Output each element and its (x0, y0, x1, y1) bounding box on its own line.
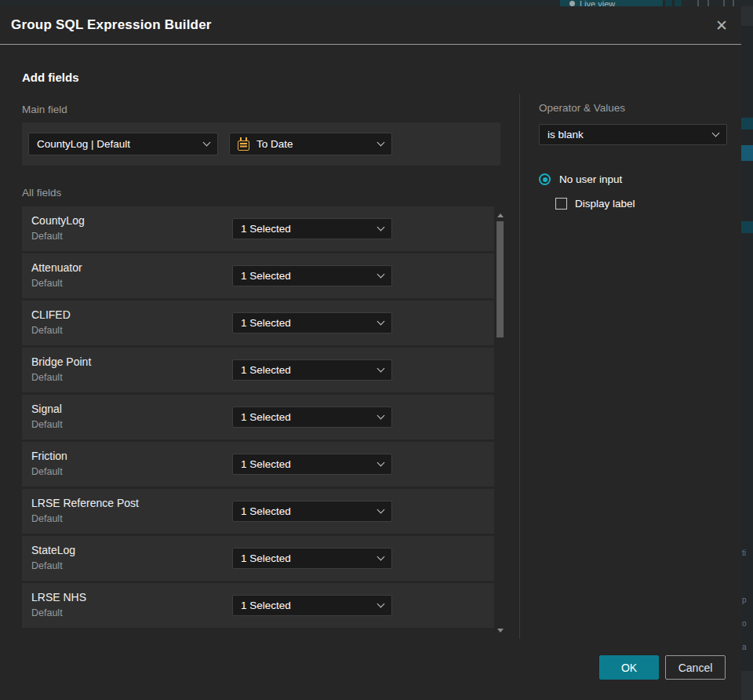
no-user-input-label: No user input (559, 173, 622, 185)
field-row: LRSE Reference Post Default 1 Selected (22, 489, 494, 534)
cancel-button[interactable]: Cancel (665, 655, 726, 680)
field-row: LRSE NHS Default 1 Selected (22, 583, 494, 628)
background-icon-fragment (723, 0, 725, 6)
add-fields-title: Add fields (22, 71, 79, 84)
field-selected-dropdown[interactable]: 1 Selected (232, 454, 392, 475)
selected-count-label: 1 Selected (241, 411, 291, 423)
background-app-top-strip: Live view (0, 0, 753, 6)
checkbox-unchecked-icon (555, 198, 567, 210)
field-subtitle: Default (31, 231, 63, 242)
main-field-panel: CountyLog | Default To Date (22, 122, 500, 166)
background-app-right-strip: ti p o a (741, 6, 753, 700)
field-name: LRSE Reference Post (31, 497, 139, 509)
field-subtitle: Default (31, 560, 63, 571)
selected-count-label: 1 Selected (241, 223, 291, 235)
field-name: Bridge Point (31, 355, 91, 368)
field-row: StateLog Default 1 Selected (22, 536, 494, 581)
field-selected-dropdown[interactable]: 1 Selected (232, 218, 392, 239)
field-name: StateLog (31, 544, 75, 556)
chevron-down-icon (377, 224, 385, 232)
radio-selected-icon (539, 173, 551, 185)
field-selected-dropdown[interactable]: 1 Selected (232, 595, 392, 616)
field-selected-dropdown[interactable]: 1 Selected (232, 407, 392, 428)
main-field-dropdown[interactable]: CountyLog | Default (28, 133, 218, 155)
chevron-down-icon (377, 139, 385, 147)
field-name: CountyLog (31, 214, 85, 227)
selected-count-label: 1 Selected (241, 270, 291, 282)
selected-count-label: 1 Selected (241, 505, 291, 517)
all-fields-scrollbar[interactable] (496, 207, 505, 634)
background-icon-fragment (708, 0, 709, 6)
background-fragment (741, 6, 753, 26)
chevron-down-icon (377, 365, 385, 373)
chevron-down-icon (377, 506, 385, 514)
chevron-down-icon (377, 271, 385, 279)
field-name: Signal (31, 403, 62, 415)
field-row: Friction Default 1 Selected (22, 442, 494, 487)
selected-count-label: 1 Selected (241, 364, 291, 376)
field-selected-dropdown[interactable]: 1 Selected (232, 265, 392, 286)
background-icon-fragment (665, 0, 672, 6)
field-selected-dropdown[interactable]: 1 Selected (232, 312, 392, 334)
background-icon-fragment (675, 0, 682, 6)
field-name: Friction (31, 450, 67, 462)
field-subtitle: Default (31, 466, 63, 477)
background-text-fragment: o (742, 620, 747, 628)
live-view-button[interactable]: Live view (560, 0, 663, 6)
field-subtitle: Default (31, 607, 63, 618)
field-subtitle: Default (31, 372, 63, 383)
field-selected-dropdown[interactable]: 1 Selected (232, 548, 392, 569)
chevron-down-icon (377, 600, 385, 608)
background-text-fragment: a (742, 643, 747, 651)
live-view-dot-icon (569, 1, 575, 6)
background-fragment (741, 118, 753, 129)
all-fields-list: CountyLog Default 1 Selected Attenuator … (22, 206, 494, 630)
selected-count-label: 1 Selected (241, 552, 291, 564)
field-row: CLIFED Default 1 Selected (22, 301, 494, 345)
operator-dropdown-value: is blank (547, 129, 584, 140)
field-name: CLIFED (31, 308, 71, 321)
field-row: Attenuator Default 1 Selected (22, 253, 494, 298)
selected-count-label: 1 Selected (241, 317, 291, 329)
display-label-checkbox[interactable]: Display label (555, 198, 635, 210)
scroll-down-icon[interactable] (497, 629, 504, 633)
background-fragment (741, 145, 753, 161)
field-subtitle: Default (31, 278, 63, 289)
calendar-icon (238, 140, 249, 151)
chevron-down-icon (203, 139, 211, 147)
background-text-fragment: p (742, 596, 747, 604)
scrollbar-thumb[interactable] (497, 221, 504, 337)
date-field-dropdown[interactable]: To Date (229, 133, 392, 155)
background-fragment (741, 221, 753, 233)
operator-values-label: Operator & Values (539, 102, 625, 114)
section-divider (519, 94, 520, 639)
background-icon-fragment (697, 0, 699, 6)
field-subtitle: Default (31, 419, 63, 430)
field-row: Bridge Point Default 1 Selected (22, 348, 494, 392)
field-subtitle: Default (31, 513, 63, 524)
main-field-label: Main field (22, 104, 67, 115)
all-fields-label: All fields (22, 187, 61, 199)
dialog-header: Group SQL Expression Builder ✕ (0, 6, 741, 45)
operator-dropdown[interactable]: is blank (539, 124, 727, 145)
main-field-dropdown-value: CountyLog | Default (37, 138, 130, 150)
field-row: CountyLog Default 1 Selected (22, 206, 494, 251)
close-icon[interactable]: ✕ (711, 15, 732, 35)
ok-button[interactable]: OK (599, 655, 659, 680)
no-user-input-radio[interactable]: No user input (539, 173, 622, 185)
chevron-down-icon (377, 412, 385, 420)
field-selected-dropdown[interactable]: 1 Selected (232, 501, 392, 522)
chevron-down-icon (377, 459, 385, 467)
group-sql-expression-builder-dialog: Group SQL Expression Builder ✕ Add field… (0, 6, 741, 700)
background-icon-fragment (733, 0, 734, 6)
scroll-up-icon[interactable] (497, 213, 504, 217)
chevron-down-icon (377, 318, 385, 326)
dialog-footer: OK Cancel (599, 655, 726, 680)
live-view-label: Live view (580, 0, 615, 6)
field-name: Attenuator (31, 261, 82, 274)
field-row: Signal Default 1 Selected (22, 395, 494, 439)
background-text-fragment: ti (742, 549, 746, 557)
date-field-dropdown-value: To Date (256, 138, 293, 150)
field-selected-dropdown[interactable]: 1 Selected (232, 359, 392, 381)
chevron-down-icon (712, 129, 720, 137)
